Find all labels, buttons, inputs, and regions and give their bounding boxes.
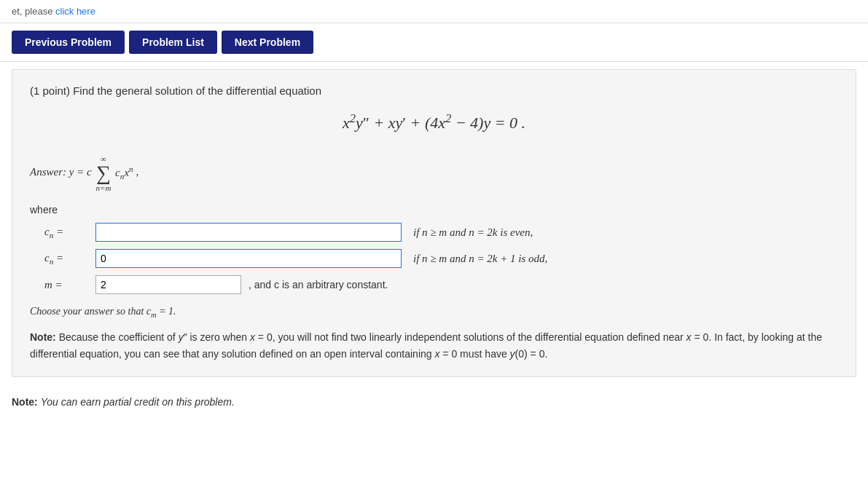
cn-row-2: cn = if n ≥ m and n = 2k + 1 is odd,	[44, 249, 838, 268]
problem-title: (1 point) Find the general solution of t…	[30, 84, 838, 97]
m-row: m = , and c is an arbitrary constant.	[44, 275, 838, 294]
problem-points: (1 point)	[30, 84, 70, 97]
next-problem-button[interactable]: Next Problem	[222, 31, 313, 54]
cn-label-1: cn =	[44, 226, 95, 240]
choose-note: Choose your answer so that cm = 1.	[30, 306, 838, 319]
m-label: m =	[44, 279, 95, 291]
cn-label-2: cn =	[44, 252, 95, 266]
cn-input-1[interactable]	[95, 223, 402, 242]
topbar-text: et, please	[12, 6, 55, 17]
note-text: Because the coefficient of y″ is zero wh…	[30, 331, 822, 359]
answer-label: Answer: y = c ∞ ∑ n=m cnxn ,	[30, 154, 838, 192]
prev-problem-button[interactable]: Previous Problem	[12, 31, 125, 54]
cn-row-1: cn = if n ≥ m and n = 2k is even,	[44, 223, 838, 242]
topbar: et, please click here	[0, 0, 868, 23]
cn-condition-1: if n ≥ m and n = 2k is even,	[413, 226, 533, 239]
sigma-icon: ∑	[96, 163, 111, 183]
bottom-note-italic: You can earn partial credit on this prob…	[41, 396, 235, 408]
bottom-note-bold: Note:	[12, 396, 38, 408]
click-here-link[interactable]: click here	[55, 6, 95, 17]
m-note: , and c is an arbitrary constant.	[249, 279, 388, 291]
cn-input-2[interactable]	[95, 249, 402, 268]
note-bold: Note:	[30, 331, 56, 343]
answer-section: Answer: y = c ∞ ∑ n=m cnxn ,	[30, 154, 838, 192]
equation-display: x2y″ + xy′ + (4x2 − 4)y = 0 .	[30, 111, 838, 133]
nav-bar: Previous Problem Problem List Next Probl…	[0, 23, 868, 62]
cn-condition-2: if n ≥ m and n = 2k + 1 is odd,	[413, 253, 547, 265]
problem-instruction: Find the general solution of the differe…	[70, 84, 321, 97]
note-block: Note: Because the coefficient of y″ is z…	[30, 329, 838, 362]
problem-container: (1 point) Find the general solution of t…	[12, 69, 856, 377]
bottom-note: Note: You can earn partial credit on thi…	[0, 384, 868, 419]
sum-bottom: n=m	[95, 183, 111, 192]
sum-symbol: ∞ ∑ n=m	[95, 154, 111, 192]
problem-list-button[interactable]: Problem List	[129, 31, 217, 54]
where-label: where	[30, 204, 838, 216]
m-input[interactable]	[95, 275, 241, 294]
